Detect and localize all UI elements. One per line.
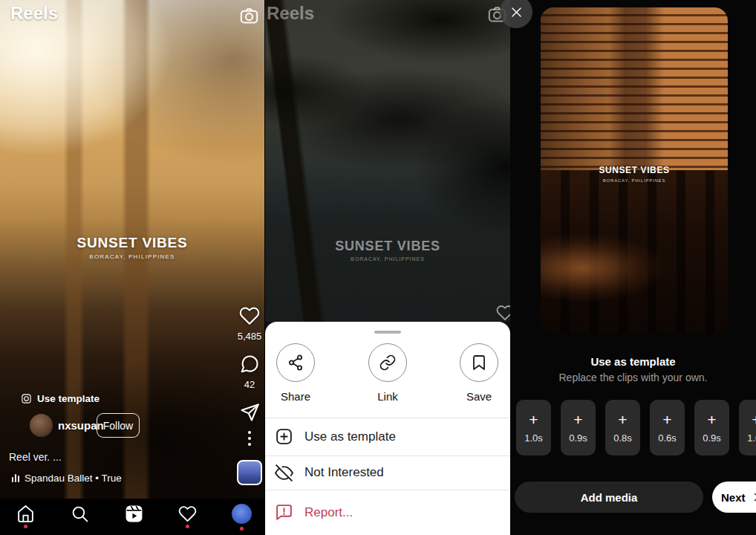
preview-title: SUNSET VIBES <box>541 165 728 175</box>
user-avatar[interactable] <box>30 414 53 437</box>
follow-label: Follow <box>103 420 133 432</box>
use-template-label: Use template <box>37 393 100 404</box>
reels-feed-panel: Reels SUNSET VIBES BORACAY, PHILIPPINES … <box>0 0 264 535</box>
music-bars-icon <box>12 474 19 482</box>
home-notification-dot <box>24 525 27 528</box>
editor-subheading: Replace the clips with your own. <box>510 372 756 383</box>
template-icon <box>21 393 32 404</box>
clip-slot-1[interactable]: + 1.0s <box>516 400 551 455</box>
search-icon[interactable] <box>71 505 89 523</box>
clip-duration: 1.0s <box>524 432 543 444</box>
clip-slot-2[interactable]: + 0.9s <box>561 400 596 455</box>
eye-off-icon <box>275 464 293 482</box>
save-action[interactable]: Save <box>449 343 509 403</box>
use-template-button[interactable]: Use template <box>21 393 100 404</box>
add-media-label: Add media <box>581 491 638 504</box>
clip-duration: 0.9s <box>703 432 721 444</box>
like-icon[interactable] <box>239 305 260 326</box>
clip-slot-6[interactable]: + 1.0s <box>739 400 756 455</box>
link-icon <box>379 354 397 372</box>
clip-slot-5[interactable]: + 0.9s <box>694 400 729 455</box>
activity-heart-icon[interactable] <box>178 505 197 523</box>
comment-count[interactable]: 42 <box>227 379 264 390</box>
add-clip-icon: + <box>529 412 538 427</box>
preview-image-bottom <box>541 170 728 333</box>
video-title-overlay: SUNSET VIBES BORACAY, PHILIPPINES <box>0 235 264 260</box>
preview-title-overlay: SUNSET VIBES BORACAY, PHILIPPINES <box>541 165 728 183</box>
plus-square-icon <box>275 427 293 446</box>
like-count[interactable]: 5,485 <box>227 331 264 342</box>
reels-tab-icon[interactable] <box>125 505 143 523</box>
dimmed-reel-video <box>265 0 510 322</box>
profile-avatar[interactable] <box>232 504 252 524</box>
clip-slot-4[interactable]: + 0.6s <box>650 400 685 455</box>
chevron-right-icon <box>751 492 756 502</box>
add-clip-icon: + <box>707 412 716 427</box>
editor-heading: Use as template <box>510 355 756 368</box>
save-action-label: Save <box>466 390 492 403</box>
link-action-label: Link <box>377 390 398 403</box>
clip-duration: 0.9s <box>569 432 587 444</box>
video-title-dimmed: SUNSET VIBES <box>265 239 510 254</box>
reel-caption[interactable]: Reel ver. ... <box>9 451 62 463</box>
reels-header-title: Reels <box>10 3 58 24</box>
template-video-preview[interactable]: SUNSET VIBES BORACAY, PHILIPPINES <box>541 7 728 333</box>
add-media-button[interactable]: Add media <box>515 482 703 513</box>
activity-notification-dot <box>186 525 189 528</box>
share-action-label: Share <box>281 390 310 403</box>
share-bottom-sheet: Share Link Save Use as template Not Inte… <box>265 322 510 535</box>
clip-duration: 0.8s <box>613 432 632 444</box>
video-title-overlay-dimmed: SUNSET VIBES BORACAY, PHILIPPINES <box>265 239 510 262</box>
bookmark-icon <box>470 354 488 372</box>
sheet-drag-handle[interactable] <box>374 331 401 334</box>
camera-icon[interactable] <box>239 6 259 26</box>
menu-item-use-as-template[interactable]: Use as template <box>275 418 501 455</box>
home-icon[interactable] <box>16 505 35 523</box>
audio-label: Spandau Ballet • True <box>25 473 122 484</box>
preview-subtitle: BORACAY, PHILIPPINES <box>541 178 728 183</box>
add-clip-icon: + <box>573 412 582 427</box>
next-label: Next <box>721 491 746 504</box>
profile-notification-dot <box>240 527 244 531</box>
share-action[interactable]: Share <box>266 343 325 403</box>
audio-album-art[interactable] <box>237 460 262 485</box>
close-icon <box>509 5 524 19</box>
reels-header-title-dimmed: Reels <box>267 3 314 24</box>
menu-item-label: Use as template <box>304 429 396 444</box>
add-clip-icon: + <box>618 412 627 427</box>
clip-slot-row: + 1.0s + 0.9s + 0.8s + 0.6s + 0.9s + 1.0… <box>516 400 756 455</box>
share-icon[interactable] <box>239 402 260 423</box>
instagram-reels-screen: Reels SUNSET VIBES BORACAY, PHILIPPINES … <box>0 0 756 535</box>
menu-item-label: Not Interested <box>304 465 384 480</box>
template-editor-panel: SUNSET VIBES BORACAY, PHILIPPINES Use as… <box>510 0 756 535</box>
clip-slot-3[interactable]: + 0.8s <box>605 400 640 455</box>
audio-row[interactable]: Spandau Ballet • True <box>12 473 122 484</box>
clip-duration: 1.0s <box>747 432 756 444</box>
menu-item-label: Report... <box>304 505 353 520</box>
next-button[interactable]: Next <box>712 482 756 513</box>
video-title: SUNSET VIBES <box>0 235 264 251</box>
share-nodes-icon <box>287 354 304 372</box>
clip-duration: 0.6s <box>658 432 677 444</box>
video-subtitle-dimmed: BORACAY, PHILIPPINES <box>265 256 510 262</box>
preview-image-top <box>541 7 728 180</box>
add-clip-icon: + <box>662 412 671 427</box>
menu-item-report[interactable]: Report... <box>275 490 501 535</box>
video-subtitle: BORACAY, PHILIPPINES <box>0 253 264 260</box>
comment-icon[interactable] <box>239 354 260 374</box>
link-action[interactable]: Link <box>358 343 417 403</box>
add-clip-icon: + <box>752 412 756 427</box>
report-icon <box>275 503 293 522</box>
like-icon-dimmed <box>496 304 510 322</box>
share-sheet-panel: Reels SUNSET VIBES BORACAY, PHILIPPINES … <box>265 0 510 535</box>
menu-item-not-interested[interactable]: Not Interested <box>275 455 501 490</box>
more-options-icon[interactable] <box>247 431 252 449</box>
follow-button[interactable]: Follow <box>97 413 140 438</box>
